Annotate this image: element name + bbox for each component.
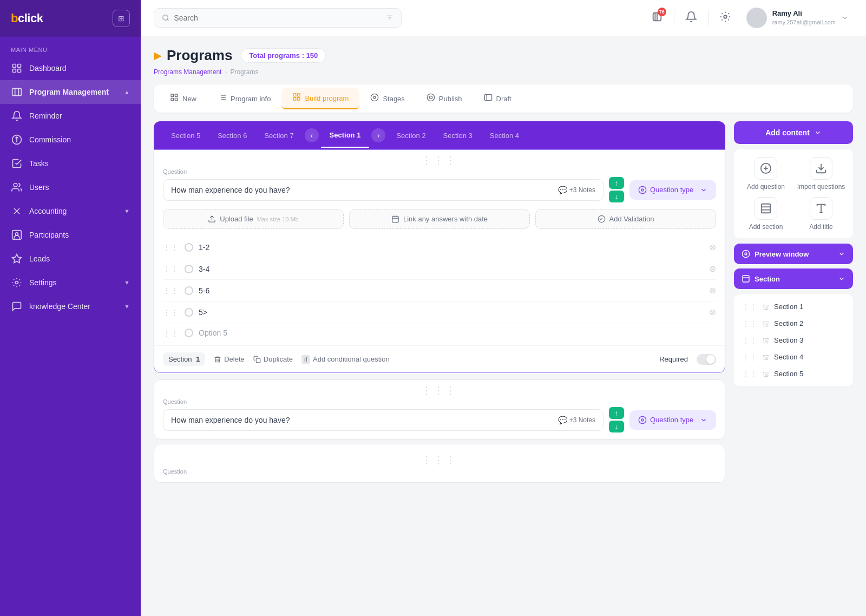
import-questions-item[interactable]: Import questions (797, 157, 845, 191)
notes-badge-1[interactable]: 💬 +3 Notes (558, 186, 595, 194)
question-type-btn-2[interactable]: Question type (629, 410, 716, 430)
sidebar-item-program-management[interactable]: Program Management ▲ (0, 80, 141, 104)
svg-point-48 (639, 416, 646, 423)
upload-file-btn[interactable]: Upload file Max size 10 Mb (163, 209, 344, 229)
swap-down-1[interactable]: ↓ (609, 191, 624, 202)
add-content-button[interactable]: Add content (734, 121, 853, 144)
preview-window-btn[interactable]: Preview window (734, 244, 853, 264)
notification-badge: 76 (658, 8, 666, 16)
section-nav-next[interactable]: › (371, 128, 385, 142)
option-radio-3[interactable] (185, 286, 193, 295)
option-text-2[interactable]: 3-4 (199, 265, 704, 273)
svg-point-60 (745, 253, 747, 255)
add-section-item[interactable]: Add section (742, 197, 790, 231)
option-delete-4[interactable]: ⊗ (709, 307, 716, 317)
tab-program-info[interactable]: Program info (207, 88, 281, 109)
sidebar-item-users[interactable]: Users (0, 175, 141, 199)
sidebar-label-knowledge-center: knowledge Center (29, 302, 117, 311)
tab-publish[interactable]: Publish (416, 88, 473, 109)
add-question-item[interactable]: Add question (742, 157, 790, 191)
conditional-action[interactable]: if Add conditional question (301, 355, 390, 364)
notifications-button[interactable]: 76 (651, 11, 663, 25)
drag-handle-1[interactable]: ⋮⋮⋮ (154, 150, 725, 168)
tab-stages-label: Stages (383, 95, 404, 103)
option-text-3[interactable]: 5-6 (199, 286, 704, 295)
link-answers-btn[interactable]: Link any answers with date (349, 209, 530, 229)
section-tab-7[interactable]: Section 7 (255, 124, 302, 147)
sidebar-item-dashboard[interactable]: Dashboard (0, 56, 141, 80)
breadcrumb-item-1[interactable]: Programs Management (154, 68, 221, 76)
drag-handle-3[interactable]: ⋮⋮⋮ (154, 450, 725, 468)
section-list-item-5[interactable]: ⋮⋮ Section 5 (740, 367, 847, 381)
tab-draft[interactable]: Draft (473, 88, 522, 109)
option-delete-1[interactable]: ⊗ (709, 242, 716, 252)
section-tab-2[interactable]: Section 2 (388, 124, 434, 147)
option-radio-5[interactable] (185, 329, 193, 337)
svg-point-49 (641, 419, 644, 421)
option-drag-3[interactable]: ⋮⋮ (163, 286, 179, 294)
section-trash-1[interactable] (762, 303, 770, 311)
question-input-2[interactable]: How man experience do you have? 💬 +3 Not… (163, 409, 603, 431)
option-radio-2[interactable] (185, 265, 193, 273)
user-profile[interactable]: Ramy Ali ramy.257ali@gmail.com (742, 5, 853, 30)
section-list-item-4[interactable]: ⋮⋮ Section 4 (740, 350, 847, 364)
option-delete-2[interactable]: ⊗ (709, 264, 716, 274)
search-input[interactable] (174, 14, 382, 22)
section-trash-3[interactable] (762, 337, 770, 344)
section-btn[interactable]: Section (734, 268, 853, 289)
tab-build-program[interactable]: Build program (281, 88, 359, 109)
duplicate-action[interactable]: Duplicate (253, 355, 293, 363)
add-validation-btn[interactable]: Add Validation (535, 209, 716, 229)
section-tab-6[interactable]: Section 6 (209, 124, 255, 147)
tab-new[interactable]: New (159, 88, 207, 109)
sidebar-item-commission[interactable]: Commission (0, 128, 141, 152)
sidebar-item-reminder[interactable]: Reminder (0, 104, 141, 128)
question-input-1[interactable]: How man experience do you have? 💬 +3 Not… (163, 179, 603, 201)
sidebar-item-settings[interactable]: Settings ▼ (0, 271, 141, 294)
swap-up-2[interactable]: ↑ (609, 407, 624, 419)
option-radio-1[interactable] (185, 243, 193, 252)
section-nav-prev[interactable]: ‹ (305, 128, 319, 142)
option-drag-1[interactable]: ⋮⋮ (163, 243, 179, 251)
section-list-item-3[interactable]: ⋮⋮ Section 3 (740, 333, 847, 347)
filter-icon[interactable] (386, 14, 393, 22)
required-toggle[interactable] (697, 354, 716, 365)
section-list-item-1[interactable]: ⋮⋮ Section 1 (740, 300, 847, 313)
sidebar-item-leads[interactable]: Leads (0, 247, 141, 271)
drag-handle-2[interactable]: ⋮⋮⋮ (154, 380, 725, 398)
sidebar-item-knowledge-center[interactable]: knowledge Center ▼ (0, 294, 141, 318)
sidebar-label-tasks: Tasks (29, 159, 130, 168)
gear-button[interactable] (719, 11, 731, 25)
section-trash-2[interactable] (762, 320, 770, 327)
option-drag-5[interactable]: ⋮⋮ (163, 329, 179, 337)
add-title-item[interactable]: Add title (797, 197, 845, 231)
option-text-4[interactable]: 5> (199, 308, 704, 317)
section-trash-4[interactable] (762, 353, 770, 361)
logo-icon[interactable]: ⊞ (113, 10, 130, 27)
option-delete-3[interactable]: ⊗ (709, 285, 716, 296)
section-trash-5[interactable] (762, 370, 770, 378)
section-tab-5[interactable]: Section 5 (162, 124, 209, 147)
swap-up-1[interactable]: ↑ (609, 177, 624, 189)
delete-action[interactable]: Delete (214, 355, 245, 363)
total-badge: Total programs : 150 (241, 48, 326, 63)
swap-down-2[interactable]: ↓ (609, 421, 624, 432)
notes-badge-2[interactable]: 💬 +3 Notes (558, 416, 595, 424)
tab-stages[interactable]: Stages (359, 88, 415, 109)
option-text-1[interactable]: 1-2 (199, 243, 704, 252)
option-radio-4[interactable] (185, 308, 193, 317)
section-tab-3[interactable]: Section 3 (435, 124, 481, 147)
section-tab-4[interactable]: Section 4 (481, 124, 528, 147)
option-drag-2[interactable]: ⋮⋮ (163, 265, 179, 273)
section-list-item-2[interactable]: ⋮⋮ Section 2 (740, 317, 847, 330)
sidebar-item-participants[interactable]: Participants (0, 223, 141, 247)
topbar-icons: 76 Ramy Ali ramy.257ali@gmail.com (651, 5, 853, 30)
option-text-5[interactable]: Option 5 (199, 329, 716, 337)
option-drag-4[interactable]: ⋮⋮ (163, 308, 179, 316)
search-box[interactable] (154, 8, 402, 28)
section-tab-1[interactable]: Section 1 (321, 123, 370, 148)
bell-button[interactable] (685, 11, 697, 25)
sidebar-item-accounting[interactable]: Accounting ▼ (0, 199, 141, 223)
question-type-btn-1[interactable]: Question type (629, 180, 716, 200)
sidebar-item-tasks[interactable]: Tasks (0, 152, 141, 175)
